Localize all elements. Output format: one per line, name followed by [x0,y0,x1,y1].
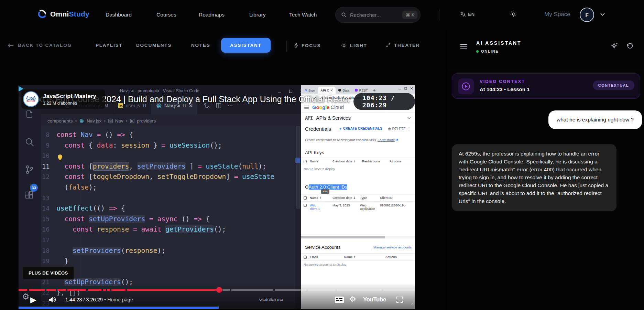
close-tab-icon[interactable] [330,89,333,92]
progress-segment [127,289,219,291]
browser-tab-data[interactable]: Data [336,87,352,94]
back-to-catalog-button[interactable]: BACK TO CATALOG [8,43,72,48]
code-editor[interactable]: 8const Nav = () => {9 const { data: sess… [41,126,295,309]
browser-tab-api-active[interactable]: API C [318,87,336,94]
reset-conversation-icon[interactable] [626,42,633,50]
delete-button[interactable]: 🗑 DELETE [388,127,406,131]
checkbox[interactable] [304,196,307,200]
line-number: 14 [41,203,56,214]
toolbar-divider [286,41,287,52]
light-mode-button[interactable]: LIGHT [341,43,367,49]
online-status-dot [476,50,479,53]
user-message-bubble: what he is explaining right now ? [548,110,642,129]
code-text: (false); [56,182,97,193]
checkbox[interactable] [304,160,307,163]
apis-services-nav[interactable]: API APIs & Services [301,113,415,123]
tab-documents[interactable]: DOCUMENTS [136,43,172,48]
tab-playlist[interactable]: PLAYLIST [96,43,122,48]
line-number: 9 [41,140,56,151]
volume-icon[interactable] [48,296,56,303]
video-corner-decoration [19,86,23,92]
api-keys-title: API Keys [305,150,324,155]
checkbox[interactable] [304,204,307,207]
hamburger-menu-icon[interactable] [304,106,309,109]
nav-tech-watch[interactable]: Tech Watch [289,12,317,18]
video-context-card[interactable]: VIDEO CONTEXT At 104:23 • Lesson 1 CONTE… [452,73,640,99]
youtube-logo[interactable]: YouTube [363,296,386,303]
header-divider [439,9,439,20]
more-videos-button[interactable]: PLUS DE VIDÉOS [23,267,74,279]
subtitles-button[interactable] [335,297,344,303]
theme-brightness-button[interactable] [510,10,517,18]
create-credentials-button[interactable]: ＋ CREATE CREDENTIALS [339,126,382,131]
time-display: 1:44:23 / 3:26:29 • Home page [65,297,133,302]
progress-segment [57,289,66,291]
watch-buffer-bar [19,307,219,309]
browser-tab-strip: G Sign API C Data REST + [301,85,415,94]
hamburger-menu-icon[interactable] [460,44,467,49]
code-line: 12 const [toggleDropdown, setToggleDropd… [41,172,295,182]
nav-library[interactable]: Library [249,12,265,18]
video-player[interactable]: Nav.jsx - promptopia - Visual Studio Cod… [19,85,415,309]
progress-segment [88,289,101,291]
oauth-client-row[interactable]: Webclient 1 May 3, 2023 Webapplication 8… [301,204,415,211]
manage-service-accounts-link[interactable]: Manage service accounts [373,245,412,249]
top-header: OmniStudy Dashboard Courses Roadmaps Lib… [0,0,644,30]
channel-avatar[interactable]: {JS} MASTERY [23,91,39,107]
browser-tab-rest[interactable]: REST [352,87,370,94]
nav-dashboard[interactable]: Dashboard [106,12,132,18]
explorer-icon[interactable] [24,109,34,119]
extensions-icon[interactable] [24,191,34,200]
vscode-breadcrumb[interactable]: components› Nav.jsx› Nav› providers [41,116,296,126]
browser-window: G Sign API C Data REST + [301,85,415,309]
tab-assistant-active[interactable]: ASSISTANT [221,38,271,53]
code-text: const [providers, setProviders ] = useSt… [56,161,266,172]
scrollbar-thumb[interactable] [296,126,300,209]
scrollbar-thumb[interactable] [301,236,385,238]
tab-notes[interactable]: NOTES [191,43,210,48]
progress-segment [107,289,110,291]
search-input[interactable]: Rechercher... ⌘K [335,7,421,23]
editor-scrollbar[interactable] [295,126,301,309]
theater-mode-button[interactable]: THEATER [386,43,420,48]
progress-segment [222,289,230,291]
fullscreen-button[interactable] [396,296,403,303]
browser-tab-sign[interactable]: G Sign [302,87,318,94]
settings-gear-button[interactable]: ⚙ [349,295,356,303]
nav-courses[interactable]: Courses [156,12,176,18]
learn-more-link[interactable]: Learn more [378,138,395,142]
profile-chevron-down-icon[interactable] [600,13,605,16]
brand-name: OmniStudy [50,10,89,18]
sparkles-icon[interactable] [611,42,619,50]
app: OmniStudy Dashboard Courses Roadmaps Lib… [0,0,644,310]
lightbulb-icon[interactable] [58,154,62,159]
code-text [56,151,62,161]
assistant-message-bubble: At 6259s, the professor is explaining ho… [452,144,616,211]
channel-info[interactable]: {JS} MASTERY JavaScript Mastery 1,22 M d… [21,89,105,109]
horizontal-scrollbar[interactable] [301,236,415,238]
play-button[interactable]: ▶ [30,295,36,304]
my-space-label[interactable]: My Space [544,11,570,18]
api-keys-empty: No API keys to display [304,167,335,171]
code-text: } [56,256,68,267]
close-icon[interactable]: × [411,301,414,306]
avatar[interactable]: F [580,8,594,22]
brand-logo[interactable]: OmniStudy [37,9,89,19]
language-switcher[interactable]: EN [460,11,475,17]
chevron-down-icon [407,117,411,119]
video-progress-bar[interactable] [19,289,415,291]
checkbox[interactable] [304,256,307,259]
line-number: 12 [41,172,56,182]
close-tab-icon[interactable] [189,104,193,107]
back-arrow-icon [8,43,14,48]
focus-mode-button[interactable]: FOCUS [294,43,321,49]
lightning-icon [294,43,298,49]
credentials-hint: Create credentials to access your enable… [305,138,398,142]
nav-roadmaps[interactable]: Roadmaps [199,12,225,18]
kebab-menu-icon[interactable]: ⋮ [407,127,411,131]
progress-segment [275,289,306,291]
search-sidebar-icon[interactable] [24,137,35,147]
new-tab-button[interactable]: + [373,88,376,93]
channel-name[interactable]: JavaScript Mastery [43,93,96,100]
source-control-icon[interactable] [24,164,35,175]
